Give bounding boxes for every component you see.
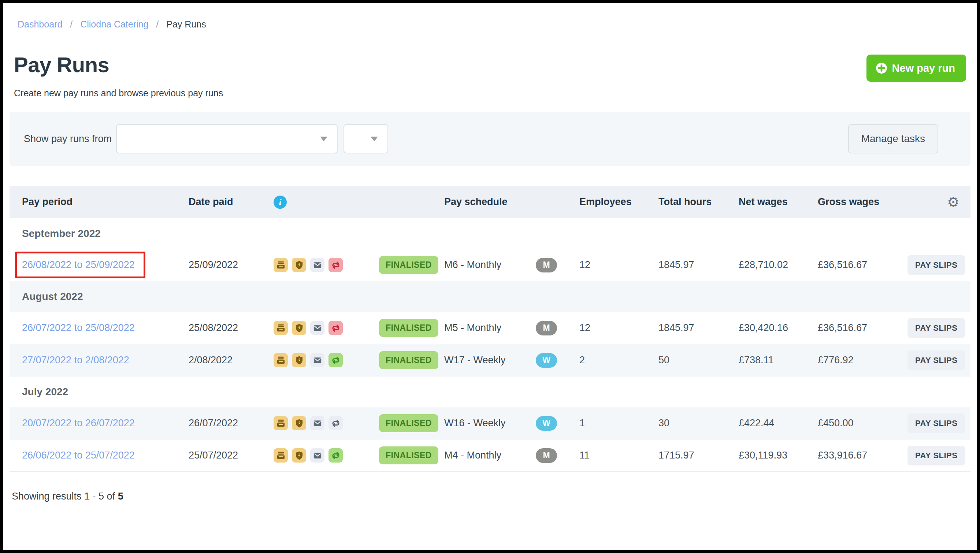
column-header-total-hours: Total hours [659, 196, 739, 208]
column-header-pay-schedule: Pay schedule [444, 196, 536, 208]
gross-wages-cell: £450.00 [818, 418, 907, 429]
group-header-row: August 2022 [10, 281, 970, 312]
new-pay-run-label: New pay run [892, 62, 955, 74]
refresh-icon[interactable] [328, 353, 343, 367]
total-hours-cell: 50 [659, 354, 739, 366]
pension-shield-icon[interactable] [292, 258, 306, 272]
pension-shield-icon[interactable] [292, 448, 306, 462]
schedule-type-badge: M [536, 321, 557, 335]
total-hours-cell: 1845.97 [659, 322, 739, 334]
email-icon[interactable] [310, 321, 325, 335]
pay-slips-button[interactable]: PAY SLIPS [907, 351, 965, 370]
schedule-type-badge: W [536, 416, 557, 431]
gross-wages-cell: £33,916.67 [818, 450, 907, 461]
refresh-icon[interactable] [328, 258, 343, 272]
net-wages-cell: £422.44 [739, 418, 818, 429]
plus-circle-icon [875, 62, 888, 74]
payslips-archive-icon[interactable] [274, 416, 288, 430]
net-wages-cell: £28,710.02 [739, 259, 818, 271]
breadcrumb: Dashboard / Cliodna Catering / Pay Runs [10, 3, 970, 30]
pay-schedule-cell: W17 - Weekly [444, 354, 536, 366]
pay-run-row: 27/07/2022 to 2/08/20222/08/2022FINALISE… [10, 344, 970, 377]
payslips-archive-icon[interactable] [274, 321, 288, 335]
column-header-date-paid: Date paid [189, 196, 274, 208]
employees-cell: 12 [579, 259, 659, 271]
email-icon[interactable] [310, 416, 325, 430]
group-header-row: September 2022 [10, 218, 970, 249]
breadcrumb-current: Pay Runs [166, 19, 206, 29]
column-header-pay-period: Pay period [22, 196, 189, 208]
schedule-type-badge: W [536, 353, 557, 368]
refresh-icon[interactable] [328, 448, 343, 462]
pay-slips-cell: PAY SLIPS [907, 351, 965, 370]
pay-slips-button[interactable]: PAY SLIPS [907, 413, 965, 433]
employees-cell: 12 [579, 322, 659, 334]
pay-run-row: 26/08/2022 to 25/09/202225/09/2022FINALI… [10, 249, 970, 281]
employees-cell: 1 [579, 418, 659, 429]
status-badge: FINALISED [379, 414, 438, 432]
breadcrumb-link-dashboard[interactable]: Dashboard [18, 19, 62, 29]
refresh-icon[interactable] [328, 416, 343, 430]
email-icon[interactable] [310, 258, 325, 272]
status-cell: FINALISED [379, 351, 444, 369]
status-cell: FINALISED [379, 319, 444, 337]
pay-runs-from-select[interactable] [116, 124, 338, 153]
pay-slips-cell: PAY SLIPS [907, 255, 965, 275]
annotation-highlight-box: 26/08/2022 to 25/09/2022 [15, 252, 145, 278]
date-paid-cell: 25/09/2022 [189, 259, 274, 271]
new-pay-run-button[interactable]: New pay run [867, 54, 966, 82]
pension-shield-icon[interactable] [292, 353, 306, 367]
payslips-archive-icon[interactable] [274, 258, 288, 272]
group-header-row: July 2022 [10, 377, 970, 407]
status-badge: FINALISED [379, 319, 438, 337]
schedule-type-badge: M [536, 258, 557, 272]
row-icon-chips [274, 321, 379, 335]
total-hours-cell: 1845.97 [659, 259, 739, 271]
email-icon[interactable] [310, 353, 325, 367]
breadcrumb-link-company[interactable]: Cliodna Catering [80, 19, 148, 29]
table-header-row: Pay period Date paid i Pay schedule Empl… [10, 186, 970, 218]
pay-period-cell: 26/07/2022 to 25/08/2022 [22, 322, 189, 334]
total-hours-cell: 1715.97 [659, 450, 739, 461]
status-badge: FINALISED [379, 447, 438, 464]
status-cell: FINALISED [379, 414, 444, 432]
pay-period-link[interactable]: 27/07/2022 to 2/08/2022 [22, 354, 129, 365]
results-summary-text: Showing results 1 - 5 of [12, 491, 115, 502]
results-summary-total: 5 [118, 491, 123, 502]
schedule-badge-cell: M [536, 258, 579, 272]
date-paid-cell: 26/07/2022 [189, 418, 274, 429]
row-icon-chips [274, 258, 379, 272]
pay-run-row: 26/07/2022 to 25/08/202225/08/2022FINALI… [10, 312, 970, 344]
refresh-icon[interactable] [328, 321, 343, 335]
column-header-employees: Employees [579, 196, 659, 208]
pay-period-cell: 20/07/2022 to 26/07/2022 [22, 418, 189, 429]
manage-tasks-button[interactable]: Manage tasks [848, 124, 938, 153]
schedule-badge-cell: M [536, 321, 579, 335]
pay-runs-table: Pay period Date paid i Pay schedule Empl… [10, 186, 970, 472]
gear-icon[interactable]: ⚙ [947, 194, 959, 210]
pay-period-link[interactable]: 26/08/2022 to 25/09/2022 [22, 259, 135, 270]
net-wages-cell: £30,119.93 [739, 450, 818, 461]
payslips-archive-icon[interactable] [274, 448, 288, 462]
pay-schedule-cell: M5 - Monthly [444, 322, 536, 334]
pay-slips-button[interactable]: PAY SLIPS [907, 318, 965, 338]
pay-slips-cell: PAY SLIPS [907, 318, 965, 338]
pay-slips-button[interactable]: PAY SLIPS [907, 446, 965, 466]
pay-schedule-cell: W16 - Weekly [444, 418, 536, 429]
pay-period-link[interactable]: 20/07/2022 to 26/07/2022 [22, 418, 135, 429]
info-icon[interactable]: i [274, 195, 287, 209]
employees-cell: 11 [579, 450, 659, 461]
pension-shield-icon[interactable] [292, 416, 306, 430]
net-wages-cell: £738.11 [739, 354, 818, 366]
pay-slips-cell: PAY SLIPS [907, 413, 965, 433]
payslips-archive-icon[interactable] [274, 353, 288, 367]
pay-period-link[interactable]: 26/07/2022 to 25/08/2022 [22, 322, 135, 333]
pay-slips-button[interactable]: PAY SLIPS [907, 255, 965, 275]
pay-runs-count-select[interactable] [344, 124, 388, 153]
gross-wages-cell: £36,516.67 [818, 322, 907, 334]
pension-shield-icon[interactable] [292, 321, 306, 335]
chevron-down-icon [320, 137, 328, 141]
results-summary: Showing results 1 - 5 of 5 [12, 491, 970, 502]
email-icon[interactable] [310, 448, 325, 462]
pay-period-link[interactable]: 26/06/2022 to 25/07/2022 [22, 450, 135, 461]
